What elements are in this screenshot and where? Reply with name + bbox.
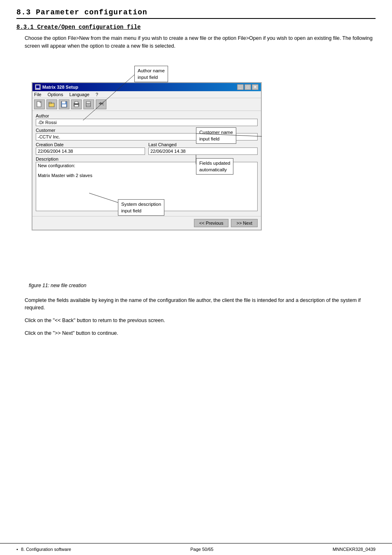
body-para2-line1: Click on the "<< Back" button to return … xyxy=(16,317,376,325)
win-toolbar xyxy=(32,98,261,111)
callout-author-line1: Author name xyxy=(138,68,165,73)
footer-right: MNNCEKR328_0439 xyxy=(332,547,376,552)
toolbar-export-button[interactable] xyxy=(96,99,106,109)
menu-file[interactable]: File xyxy=(34,92,42,97)
fields-updated-callout: Fields updated automatically xyxy=(196,158,233,175)
svg-rect-1 xyxy=(36,85,39,88)
svg-line-20 xyxy=(103,105,104,105)
figure-caption: figure 11: new file creation xyxy=(16,283,376,288)
win-controls: _ □ ✕ xyxy=(237,84,258,90)
toolbar-new-button[interactable] xyxy=(34,99,45,109)
callout-author-line2: input field xyxy=(138,75,158,80)
customer-name-callout: Customer name input field xyxy=(196,127,236,144)
restore-button[interactable]: □ xyxy=(244,84,251,90)
last-changed-col: Last Changed xyxy=(148,142,258,155)
svg-line-18 xyxy=(103,102,104,102)
close-button[interactable]: ✕ xyxy=(252,84,258,90)
callout-fields-line1: Fields updated xyxy=(199,161,230,166)
previous-button[interactable]: << Previous xyxy=(194,219,229,227)
svg-marker-16 xyxy=(99,102,101,105)
callout-sysdesc-line2: input field xyxy=(121,208,141,213)
titlebar-left: Matrix 328 Setup xyxy=(35,84,78,90)
menu-options[interactable]: Options xyxy=(48,92,63,97)
menu-language[interactable]: Language xyxy=(69,92,90,97)
page-container: 8.3 Parameter configuration 8.3.1 Create… xyxy=(0,0,392,555)
author-row: Author xyxy=(36,113,258,126)
toolbar-print-button[interactable] xyxy=(71,99,82,109)
svg-rect-7 xyxy=(62,101,65,104)
win-footer: << Previous >> Next xyxy=(32,216,261,230)
diagram-area: Matrix 328 Setup _ □ ✕ File Options Lang… xyxy=(19,58,373,279)
author-label: Author xyxy=(36,113,258,118)
svg-rect-11 xyxy=(74,105,78,107)
callout-fields-line2: automatically xyxy=(199,167,227,172)
callout-customer-line1: Customer name xyxy=(199,130,233,135)
footer-left: • 8. Configuration software xyxy=(16,547,71,552)
body-para1: Complete the fields available by keying … xyxy=(16,297,376,312)
creation-date-col: Creation Date xyxy=(36,142,145,155)
section-heading: 8.3 Parameter configuration xyxy=(16,8,376,19)
toolbar-save-button[interactable] xyxy=(59,99,69,109)
subsection-heading: 8.3.1 Create/Open configuration file xyxy=(16,24,376,30)
last-changed-input[interactable] xyxy=(148,147,258,155)
creation-date-input[interactable] xyxy=(36,147,145,155)
system-description-callout: System description input field xyxy=(118,199,164,216)
menu-help[interactable]: ? xyxy=(96,92,98,97)
footer-left-text: 8. Configuration software xyxy=(21,547,71,552)
footer-center: Page 50/65 xyxy=(190,547,213,552)
author-name-callout: Author name input field xyxy=(134,66,168,82)
win-menubar: File Options Language ? xyxy=(32,91,261,98)
body-para2-line2: Click on the ">> Next" button to continu… xyxy=(16,329,376,337)
callout-customer-line2: input field xyxy=(199,136,219,141)
svg-rect-17 xyxy=(101,103,103,104)
next-button[interactable]: >> Next xyxy=(231,219,258,227)
svg-rect-5 xyxy=(49,102,51,104)
toolbar-print-preview-button[interactable] xyxy=(83,99,94,109)
page-footer: • 8. Configuration software Page 50/65 M… xyxy=(0,543,392,555)
intro-text: Choose the option File>New from the main… xyxy=(16,35,376,50)
dialog-icon xyxy=(35,84,41,90)
callout-sysdesc-line1: System description xyxy=(121,202,161,207)
dates-row: Creation Date Last Changed xyxy=(36,142,258,155)
author-input[interactable] xyxy=(36,119,258,126)
win-titlebar: Matrix 328 Setup _ □ ✕ xyxy=(32,83,261,91)
creation-date-label: Creation Date xyxy=(36,142,145,147)
main-content: 8.3 Parameter configuration 8.3.1 Create… xyxy=(0,0,392,543)
dialog-title: Matrix 328 Setup xyxy=(42,85,78,90)
toolbar-open-button[interactable] xyxy=(46,99,57,109)
svg-rect-8 xyxy=(62,104,66,107)
minimize-button[interactable]: _ xyxy=(237,84,244,90)
svg-rect-10 xyxy=(75,101,78,104)
